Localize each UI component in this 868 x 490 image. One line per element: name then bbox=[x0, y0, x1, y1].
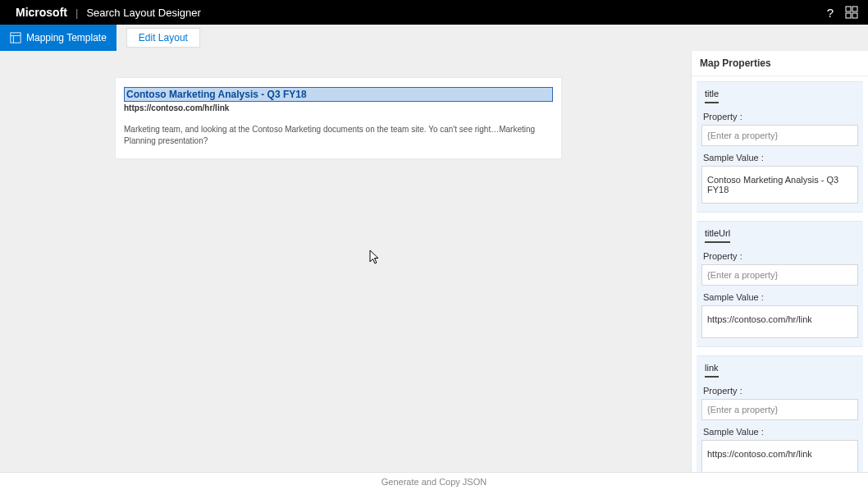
generate-json-label: Generate and Copy JSON bbox=[381, 477, 487, 487]
app-topbar: Microsoft | Search Layout Designer ? bbox=[0, 0, 868, 25]
sample-value-label: Sample Value : bbox=[703, 153, 858, 163]
property-input-title[interactable] bbox=[701, 125, 858, 146]
property-block-title: title Property : Sample Value : Contoso … bbox=[697, 81, 863, 213]
property-label: Property : bbox=[703, 251, 858, 261]
svg-rect-1 bbox=[852, 7, 857, 11]
property-label: Property : bbox=[703, 112, 858, 121]
svg-rect-3 bbox=[852, 13, 857, 18]
sample-value-link[interactable]: https://contoso.com/hr/link bbox=[701, 440, 858, 472]
result-snippet: Marketing team, and looking at the Conto… bbox=[124, 124, 553, 147]
app-launcher-icon[interactable] bbox=[845, 6, 858, 19]
result-preview-card[interactable]: Contoso Marketing Analysis - Q3 FY18 htt… bbox=[115, 77, 562, 159]
svg-rect-4 bbox=[11, 33, 21, 43]
result-url: https://contoso.com/hr/link bbox=[124, 103, 553, 112]
generate-json-button[interactable]: Generate and Copy JSON bbox=[0, 472, 868, 490]
sample-value-label: Sample Value : bbox=[703, 427, 858, 437]
map-properties-panel: Map Properties title Property : Sample V… bbox=[691, 51, 868, 472]
svg-rect-2 bbox=[846, 13, 851, 18]
app-title: Search Layout Designer bbox=[86, 7, 200, 19]
toolbar: Mapping Template Edit Layout bbox=[0, 25, 868, 51]
preview-canvas: Contoso Marketing Analysis - Q3 FY18 htt… bbox=[0, 51, 691, 472]
property-block-titleurl: titleUrl Property : Sample Value : https… bbox=[697, 221, 863, 347]
title-divider: | bbox=[75, 7, 78, 19]
property-name-label: link bbox=[705, 363, 719, 378]
property-input-titleurl[interactable] bbox=[701, 264, 858, 286]
property-block-link: link Property : Sample Value : https://c… bbox=[697, 355, 863, 472]
brand-name: Microsoft bbox=[16, 6, 67, 19]
microsoft-logo-icon bbox=[10, 12, 11, 13]
help-icon[interactable]: ? bbox=[827, 6, 834, 20]
svg-rect-0 bbox=[846, 7, 851, 11]
edit-layout-label: Edit Layout bbox=[139, 32, 188, 44]
tab-mapping-template-label: Mapping Template bbox=[26, 32, 107, 44]
sample-value-title[interactable]: Contoso Marketing Analysis - Q3 FY18 bbox=[701, 166, 858, 204]
property-label: Property : bbox=[703, 386, 858, 396]
property-input-link[interactable] bbox=[701, 399, 858, 420]
result-title[interactable]: Contoso Marketing Analysis - Q3 FY18 bbox=[124, 87, 553, 102]
tab-mapping-template[interactable]: Mapping Template bbox=[0, 25, 116, 51]
property-name-label: title bbox=[705, 89, 719, 103]
sample-value-titleurl[interactable]: https://contoso.com/hr/link bbox=[701, 305, 858, 338]
edit-layout-button[interactable]: Edit Layout bbox=[126, 28, 200, 48]
sample-value-label: Sample Value : bbox=[703, 292, 858, 302]
property-name-label: titleUrl bbox=[705, 228, 730, 243]
map-properties-heading: Map Properties bbox=[692, 51, 868, 76]
mapping-template-icon bbox=[10, 32, 21, 44]
